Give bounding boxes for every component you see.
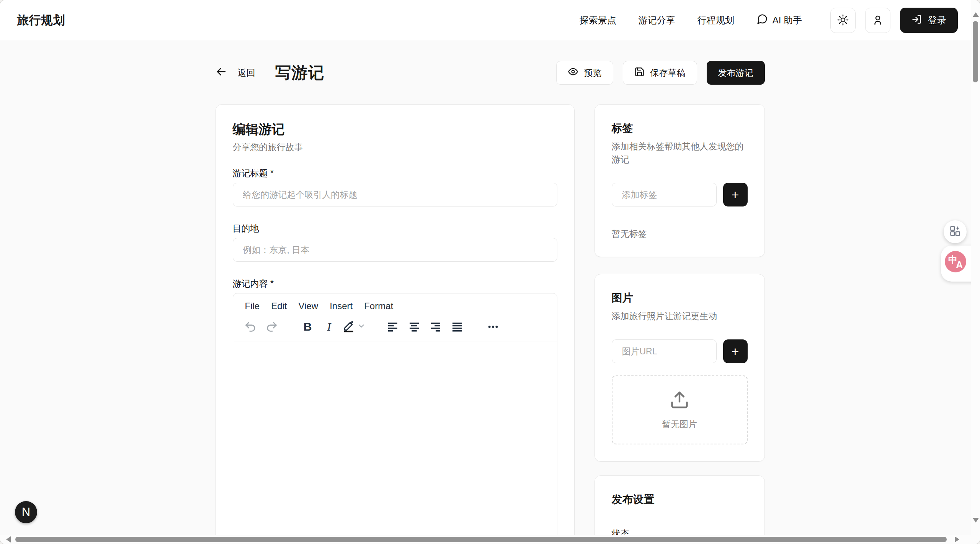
editor-toolbar: B I — [233, 315, 557, 341]
sidebar: 标签 添加相关标签帮助其他人发现您的游记 + 暂无标签 图片 添加旅行照片让游记… — [595, 104, 765, 544]
theme-toggle-button[interactable] — [830, 8, 856, 33]
profile-button[interactable] — [865, 8, 890, 33]
menu-insert[interactable]: Insert — [324, 298, 358, 314]
preview-button[interactable]: 预览 — [556, 61, 613, 85]
journal-title-label: 游记标题 * — [233, 168, 557, 178]
eye-icon — [568, 66, 578, 79]
bold-icon[interactable]: B — [299, 318, 317, 336]
menu-file[interactable]: File — [239, 298, 266, 314]
image-url-input[interactable] — [612, 339, 717, 363]
dev-indicator-badge[interactable]: N — [15, 501, 37, 523]
sun-icon — [837, 14, 849, 27]
scroll-right-arrow[interactable] — [955, 536, 959, 542]
nav-links: 探索景点 游记分享 行程规划 AI 助手 — [580, 13, 802, 27]
text-color-button[interactable] — [342, 319, 366, 334]
login-icon — [911, 14, 922, 27]
nav-link-label: 行程规划 — [697, 14, 734, 26]
translate-icon: 中 A — [945, 251, 966, 272]
nav-link-explore[interactable]: 探索景点 — [580, 14, 616, 26]
edit-journal-title: 编辑游记 — [233, 121, 557, 137]
text-color-icon — [342, 319, 356, 334]
tags-empty-text: 暂无标签 — [612, 228, 748, 240]
italic-icon[interactable]: I — [320, 318, 338, 336]
publish-button[interactable]: 发布游记 — [707, 61, 765, 85]
scrollbar-corner — [971, 535, 980, 544]
chat-bubble-icon — [756, 13, 768, 27]
more-options-icon[interactable] — [484, 318, 502, 336]
nav-link-journals[interactable]: 游记分享 — [639, 14, 675, 26]
page-title: 写游记 — [275, 62, 325, 84]
align-right-icon[interactable] — [427, 318, 444, 336]
widget-launcher-button[interactable] — [944, 220, 967, 243]
plus-icon: + — [732, 344, 739, 359]
save-draft-button[interactable]: 保存草稿 — [623, 61, 697, 85]
nav-link-label: 探索景点 — [580, 14, 616, 26]
nav-link-label: AI 助手 — [773, 14, 802, 26]
editor-content-area[interactable] — [233, 341, 557, 525]
menu-format[interactable]: Format — [358, 298, 399, 314]
header-actions: 预览 保存草稿 发布游记 — [556, 61, 765, 85]
vertical-scrollbar[interactable] — [971, 0, 980, 535]
journal-title-input[interactable] — [233, 183, 557, 206]
upload-icon — [670, 390, 689, 411]
menu-view[interactable]: View — [293, 298, 324, 314]
add-tag-button[interactable]: + — [723, 183, 748, 206]
images-card: 图片 添加旅行照片让游记更生动 + 暂无图片 — [595, 274, 765, 462]
nav-link-ai-assistant[interactable]: AI 助手 — [756, 13, 802, 27]
dev-indicator-letter: N — [22, 505, 30, 519]
save-icon — [634, 67, 645, 79]
italic-glyph: I — [327, 320, 331, 333]
bold-glyph: B — [304, 320, 312, 333]
tag-add-row: + — [612, 183, 748, 206]
align-left-icon[interactable] — [384, 318, 402, 336]
journal-content-field: 游记内容 * File Edit View Insert Format — [233, 279, 557, 544]
publish-settings-title: 发布设置 — [612, 493, 748, 506]
nav-link-label: 游记分享 — [639, 14, 675, 26]
scroll-down-arrow[interactable] — [973, 518, 979, 523]
images-empty-text: 暂无图片 — [662, 418, 697, 430]
page-content: 返回 写游记 预览 保存草稿 — [0, 41, 980, 544]
image-drop-zone[interactable]: 暂无图片 — [612, 375, 748, 444]
translate-a-glyph: A — [956, 259, 963, 270]
brand-logo[interactable]: 旅行规划 — [17, 12, 65, 28]
add-image-button[interactable]: + — [723, 339, 748, 363]
scroll-left-arrow[interactable] — [6, 536, 11, 542]
page-header: 返回 写游记 预览 保存草稿 — [216, 61, 765, 85]
align-center-icon[interactable] — [405, 318, 423, 336]
vertical-scrollbar-thumb[interactable] — [973, 21, 978, 82]
tags-card: 标签 添加相关标签帮助其他人发现您的游记 + 暂无标签 — [595, 104, 765, 257]
back-button[interactable]: 返回 — [216, 66, 255, 80]
destination-field: 目的地 — [233, 223, 557, 262]
horizontal-scrollbar[interactable] — [0, 535, 971, 544]
edit-journal-card: 编辑游记 分享您的旅行故事 游记标题 * 目的地 游记内容 * — [216, 104, 575, 544]
destination-label: 目的地 — [233, 223, 557, 233]
plus-icon: + — [732, 187, 739, 202]
rich-text-editor: File Edit View Insert Format — [233, 293, 557, 544]
tags-description: 添加相关标签帮助其他人发现您的游记 — [612, 140, 748, 166]
images-title: 图片 — [612, 291, 748, 305]
publish-label: 发布游记 — [718, 67, 753, 79]
destination-input[interactable] — [233, 238, 557, 262]
back-label: 返回 — [238, 67, 255, 79]
journal-title-field: 游记标题 * — [233, 168, 557, 206]
arrow-left-icon — [216, 66, 227, 80]
menu-edit[interactable]: Edit — [265, 298, 292, 314]
publish-settings-card: 发布设置 状态 — [595, 475, 765, 544]
tag-input[interactable] — [612, 183, 717, 206]
nav-link-itinerary[interactable]: 行程规划 — [697, 14, 734, 26]
align-justify-icon[interactable] — [448, 318, 466, 336]
undo-icon[interactable] — [242, 318, 259, 336]
login-label: 登录 — [928, 14, 946, 26]
redo-icon[interactable] — [263, 318, 281, 336]
login-button[interactable]: 登录 — [900, 8, 958, 33]
journal-content-label: 游记内容 * — [233, 279, 557, 288]
scroll-up-arrow[interactable] — [973, 12, 979, 17]
images-description: 添加旅行照片让游记更生动 — [612, 310, 748, 323]
horizontal-scrollbar-thumb[interactable] — [15, 537, 947, 542]
user-icon — [872, 14, 884, 27]
chevron-down-icon — [357, 322, 366, 332]
tags-title: 标签 — [612, 121, 748, 135]
navbar-right: 探索景点 游记分享 行程规划 AI 助手 — [580, 8, 958, 33]
grid-sparkle-icon — [949, 225, 961, 239]
image-add-row: + — [612, 339, 748, 363]
